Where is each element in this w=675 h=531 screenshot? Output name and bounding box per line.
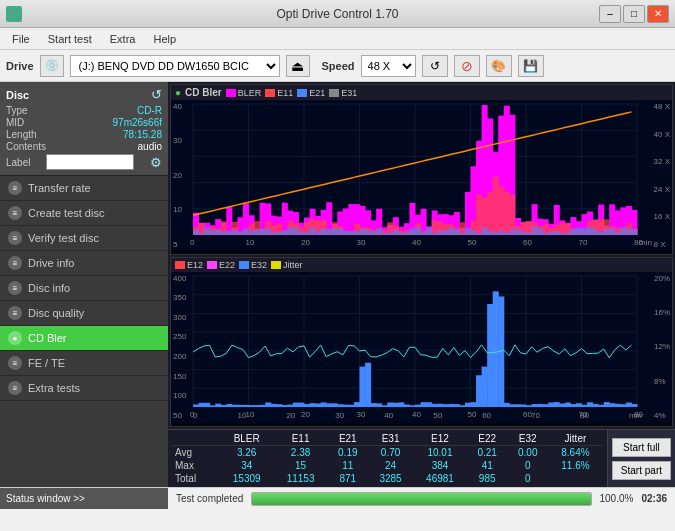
refresh-button[interactable]: ↺: [422, 55, 448, 77]
stats-max-e32: 0: [507, 459, 548, 472]
stats-avg-bler: 3.26: [220, 446, 274, 460]
disc-contents-row: Contents audio: [6, 141, 162, 152]
nav-icon-disc-quality: ≡: [8, 306, 22, 320]
disc-type-row: Type CD-R: [6, 105, 162, 116]
maximize-button[interactable]: □: [623, 5, 645, 23]
y1-label-2: 16 X: [654, 212, 670, 221]
legend-e11: E11: [265, 88, 293, 98]
drive-icon-button: 💿: [40, 55, 64, 77]
legend-jitter: Jitter: [271, 260, 303, 270]
sidebar: Disc ↺ Type CD-R MID 97m26s66f Length 78…: [0, 82, 168, 487]
stats-total-e12: 46981: [413, 472, 467, 485]
stats-table: BLER E11 E21 E31 E12 E22 E32 Jitter Avg: [172, 432, 603, 485]
menu-extra[interactable]: Extra: [102, 31, 144, 47]
disc-length-value: 78:15.28: [123, 129, 162, 140]
col-header-bler: BLER: [220, 432, 274, 446]
disc-panel: Disc ↺ Type CD-R MID 97m26s66f Length 78…: [0, 82, 168, 176]
col-header-e32: E32: [507, 432, 548, 446]
chart2-y-axis-left: 400 350 300 250 200 150 100 50: [173, 272, 186, 423]
nav-disc-quality[interactable]: ≡ Disc quality: [0, 301, 168, 326]
y1-label-3: 24 X: [654, 185, 670, 194]
legend-bler: BLER: [226, 88, 262, 98]
legend-e32: E32: [239, 260, 267, 270]
menu-start-test[interactable]: Start test: [40, 31, 100, 47]
disc-type-value: CD-R: [137, 105, 162, 116]
disc-type-label: Type: [6, 105, 28, 116]
nav-verify-test-disc[interactable]: ≡ Verify test disc: [0, 226, 168, 251]
nav-icon-drive-info: ≡: [8, 256, 22, 270]
menu-help[interactable]: Help: [145, 31, 184, 47]
disc-contents-label: Contents: [6, 141, 46, 152]
nav-extra-tests[interactable]: ≡ Extra tests: [0, 376, 168, 401]
start-part-button[interactable]: Start part: [612, 461, 671, 480]
disc-label-label: Label: [6, 157, 30, 168]
window-title: Opti Drive Control 1.70: [276, 7, 398, 21]
disc-title: Disc: [6, 89, 29, 101]
nav-cd-bler[interactable]: ● CD Bler: [0, 326, 168, 351]
col-header-e11: E11: [274, 432, 328, 446]
nav-transfer-rate[interactable]: ≡ Transfer rate: [0, 176, 168, 201]
y1-label-1: 8 X: [654, 240, 670, 249]
y1-label-4: 32 X: [654, 157, 670, 166]
nav-icon-fe-te: ≡: [8, 356, 22, 370]
stats-avg-e21: 0.19: [328, 446, 369, 460]
stats-avg-jitter: 8.64%: [548, 446, 603, 460]
minimize-button[interactable]: –: [599, 5, 621, 23]
drivebar: Drive 💿 (J:) BENQ DVD DD DW1650 BCIC ⏏ S…: [0, 50, 675, 82]
stats-max-e22: 41: [467, 459, 508, 472]
color-button[interactable]: 🎨: [486, 55, 512, 77]
start-full-button[interactable]: Start full: [612, 438, 671, 457]
stats-total-bler: 15309: [220, 472, 274, 485]
chart1-canvas: [171, 100, 672, 251]
col-header-e31: E31: [368, 432, 413, 446]
y1-label-6: 48 X: [654, 102, 670, 111]
titlebar: Opti Drive Control 1.70 – □ ✕: [0, 0, 675, 28]
disc-gear-icon[interactable]: ⚙: [150, 155, 162, 170]
nav-fe-te[interactable]: ≡ FE / TE: [0, 351, 168, 376]
stats-max-jitter: 11.6%: [548, 459, 603, 472]
clear-button[interactable]: ⊘: [454, 55, 480, 77]
menu-file[interactable]: File: [4, 31, 38, 47]
chart1-body: 48 X 40 X 32 X 24 X 16 X 8 X 40 30 20 10…: [171, 100, 672, 251]
stats-row-max: Max 34 15 11 24 384 41 0 11.6%: [172, 459, 603, 472]
stats-row-total: Total 15309 11153 871 3285 46981 985 0: [172, 472, 603, 485]
disc-refresh-icon[interactable]: ↺: [151, 87, 162, 102]
stats-total-e11: 11153: [274, 472, 328, 485]
disc-label-input[interactable]: [46, 154, 134, 170]
stats-avg-e22: 0.21: [467, 446, 508, 460]
stats-max-e31: 24: [368, 459, 413, 472]
status-main-area: Test completed 100.0% 02:36: [168, 492, 675, 506]
chart1-name: CD Bler: [185, 87, 222, 98]
chart2-canvas: [171, 272, 672, 423]
content-area: ● CD Bler BLER E11 E21: [168, 82, 675, 487]
stats-avg-e12: 10.01: [413, 446, 467, 460]
drive-label: Drive: [6, 60, 34, 72]
nav-create-test-disc[interactable]: ≡ Create test disc: [0, 201, 168, 226]
chart2-body: 20% 16% 12% 8% 4% 400 350 300 250 200 15…: [171, 272, 672, 423]
progress-bar: [252, 493, 590, 505]
eject-button[interactable]: ⏏: [286, 55, 310, 77]
save-button[interactable]: 💾: [518, 55, 544, 77]
chart1-title: ● CD Bler BLER E11 E21: [171, 85, 672, 100]
stats-total-jitter: [548, 472, 603, 485]
nav-icon-extra-tests: ≡: [8, 381, 22, 395]
disc-length-label: Length: [6, 129, 37, 140]
stats-section: BLER E11 E21 E31 E12 E22 E32 Jitter Avg: [168, 430, 607, 487]
disc-label-row: Label ⚙: [6, 154, 162, 170]
speed-select[interactable]: 48 X: [361, 55, 416, 77]
main-layout: Disc ↺ Type CD-R MID 97m26s66f Length 78…: [0, 82, 675, 487]
stats-total-e21: 871: [328, 472, 369, 485]
disc-length-row: Length 78:15.28: [6, 129, 162, 140]
drive-select[interactable]: (J:) BENQ DVD DD DW1650 BCIC: [70, 55, 280, 77]
legend-e12: E12: [175, 260, 203, 270]
nav-drive-info[interactable]: ≡ Drive info: [0, 251, 168, 276]
titlebar-left: [6, 6, 22, 22]
stats-avg-e32: 0.00: [507, 446, 548, 460]
close-button[interactable]: ✕: [647, 5, 669, 23]
col-header-empty: [172, 432, 220, 446]
charts-area: ● CD Bler BLER E11 E21: [168, 82, 675, 429]
nav-disc-info[interactable]: ≡ Disc info: [0, 276, 168, 301]
stats-max-e12: 384: [413, 459, 467, 472]
progress-bar-container: [251, 492, 591, 506]
status-window-button[interactable]: Status window >>: [0, 488, 168, 509]
